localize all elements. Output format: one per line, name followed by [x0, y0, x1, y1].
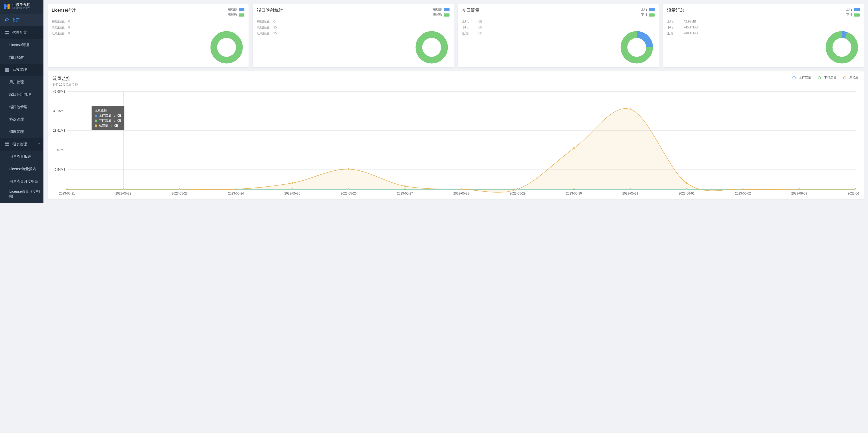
svg-text:2023-05-25: 2023-05-25: [284, 192, 300, 195]
stats-cards: License统计 在线数 离线数 在线数量:0 离线数量:8 汇总数量:8: [48, 4, 864, 67]
card-title: 流量汇总: [667, 7, 685, 13]
svg-text:2023-05-28: 2023-05-28: [454, 192, 469, 195]
svg-text:2023-05-29: 2023-05-29: [510, 192, 526, 195]
svg-rect-9: [5, 70, 7, 72]
svg-text:2023-05-26: 2023-05-26: [341, 192, 356, 195]
chevron-up-icon: ⌃: [38, 31, 40, 34]
svg-rect-10: [7, 70, 9, 72]
chart-legend: 上行流量 下行流量 总流量: [791, 75, 859, 80]
nav-license-flow-monthly[interactable]: License流量月度明细: [0, 188, 43, 200]
grid-icon: [5, 67, 9, 72]
svg-point-86: [574, 148, 575, 149]
card-title: 今日流量: [462, 7, 479, 13]
line-marker-icon: [791, 76, 797, 80]
brand-subtitle: Neutrino Proxy: [12, 7, 31, 9]
svg-point-2: [6, 5, 7, 7]
nav-home-label: 首页: [12, 18, 20, 23]
svg-rect-1: [7, 4, 9, 9]
svg-text:2023-05-23: 2023-05-23: [172, 192, 188, 195]
donut-chart: [620, 31, 654, 64]
sidebar: 中微子代理 Neutrino Proxy 首页 代理配置 ⌃ License管理…: [0, 0, 43, 203]
card-title: License统计: [52, 7, 76, 13]
nav-port-group-mgmt[interactable]: 端口分组管理: [0, 89, 43, 101]
brand-title: 中微子代理: [12, 3, 31, 7]
nav-user-flow-report[interactable]: 用户流量报表: [0, 151, 43, 163]
svg-rect-8: [7, 68, 9, 69]
grid-icon: [5, 30, 9, 35]
grid-icon: [5, 142, 9, 147]
svg-point-82: [348, 168, 349, 170]
svg-rect-0: [4, 4, 6, 9]
svg-point-87: [630, 109, 631, 110]
legend-down[interactable]: 下行流量: [816, 75, 836, 80]
traffic-chart-panel: 流量监控 最近15天流量监控 上行流量 下行流量 总流量 0B9.54MB19.…: [48, 71, 864, 199]
svg-point-15: [214, 35, 240, 60]
nav-port-pool-mgmt[interactable]: 端口池管理: [0, 101, 43, 113]
nav-home[interactable]: 首页: [0, 14, 43, 26]
svg-point-88: [686, 183, 687, 184]
line-marker-icon: [816, 76, 823, 80]
svg-text:2023-06-01: 2023-06-01: [679, 192, 695, 195]
svg-rect-13: [5, 145, 7, 146]
legend-total[interactable]: 总流量: [842, 75, 859, 80]
nav-proxy-group[interactable]: 代理配置 ⌃: [0, 26, 43, 39]
nav-report-group[interactable]: 报表管理 ⌃: [0, 138, 43, 151]
svg-rect-14: [7, 145, 9, 146]
nav-license-mgmt[interactable]: License管理: [0, 39, 43, 51]
svg-text:9.54MB: 9.54MB: [55, 168, 65, 172]
svg-point-16: [419, 35, 444, 60]
line-marker-icon: [842, 76, 848, 80]
nav-user-mgmt[interactable]: 用户管理: [0, 76, 43, 89]
svg-rect-11: [5, 143, 7, 144]
svg-point-81: [292, 183, 293, 184]
legend-swatch-online: [239, 8, 244, 11]
svg-rect-4: [7, 31, 9, 32]
svg-point-18: [829, 35, 855, 60]
chevron-up-icon: ⌃: [38, 143, 40, 146]
dashboard-icon: [5, 18, 9, 23]
nav-schedule-mgmt[interactable]: 调度管理: [0, 126, 43, 138]
nav-menu: 首页 代理配置 ⌃ License管理 端口映射 系统管理 ⌃ 用户管理 端口分…: [0, 12, 43, 200]
card-title: 端口映射统计: [257, 7, 283, 13]
chart-area[interactable]: 0B9.54MB19.07MB28.61MB38.15MB47.68MB2023…: [53, 89, 859, 197]
svg-text:47.68MB: 47.68MB: [53, 90, 65, 93]
card-legend: 在线数 离线数: [228, 7, 244, 17]
nav-system-group[interactable]: 系统管理 ⌃: [0, 64, 43, 76]
svg-text:2023-06-02: 2023-06-02: [735, 192, 751, 195]
svg-point-83: [404, 185, 406, 186]
nav-license-flow-report[interactable]: License流量报表: [0, 163, 43, 175]
card-port: 端口映射统计 在线数 离线数 在线数量:0 离线数量:25 汇总数量:25: [253, 4, 454, 67]
card-total: 流量汇总 上行 下行 上行:42.98MB 下行:745.17MB 汇总:788…: [663, 4, 864, 67]
chevron-up-icon: ⌃: [38, 68, 40, 72]
svg-text:2023-06-03: 2023-06-03: [792, 192, 807, 195]
svg-text:2023-05-27: 2023-05-27: [397, 192, 413, 195]
logo-icon: [3, 3, 10, 10]
chart-title: 流量监控: [53, 75, 78, 82]
nav-report-label: 报表管理: [12, 142, 27, 147]
card-today: 今日流量 上行 下行 上行:0B 下行:0B 汇总:0B: [458, 4, 659, 67]
main-content: License统计 在线数 离线数 在线数量:0 离线数量:8 汇总数量:8: [43, 0, 868, 203]
svg-rect-5: [5, 33, 7, 34]
chart-subtitle: 最近15天流量监控: [53, 83, 78, 87]
svg-text:28.61MB: 28.61MB: [53, 129, 65, 132]
svg-text:0B: 0B: [62, 188, 65, 191]
legend-up[interactable]: 上行流量: [791, 75, 811, 80]
svg-text:2023-05-30: 2023-05-30: [566, 192, 582, 195]
nav-port-mapping[interactable]: 端口映射: [0, 51, 43, 64]
svg-text:19.07MB: 19.07MB: [53, 148, 65, 152]
nav-system-label: 系统管理: [12, 67, 27, 72]
nav-user-flow-monthly[interactable]: 用户流量月度明细: [0, 175, 43, 188]
donut-chart: [825, 31, 859, 64]
nav-protocol-mgmt[interactable]: 协议管理: [0, 113, 43, 126]
svg-rect-6: [7, 33, 9, 34]
svg-text:2023-05-24: 2023-05-24: [228, 192, 244, 195]
svg-text:2023-06-04: 2023-06-04: [847, 192, 859, 195]
svg-text:2023-05-22: 2023-05-22: [115, 192, 131, 195]
svg-text:2023-05-21: 2023-05-21: [59, 192, 75, 195]
logo: 中微子代理 Neutrino Proxy: [0, 0, 43, 12]
svg-text:38.15MB: 38.15MB: [53, 109, 65, 113]
nav-proxy-label: 代理配置: [12, 30, 27, 35]
svg-rect-7: [5, 68, 7, 69]
donut-chart: [210, 31, 243, 64]
legend-swatch-offline: [239, 13, 244, 17]
